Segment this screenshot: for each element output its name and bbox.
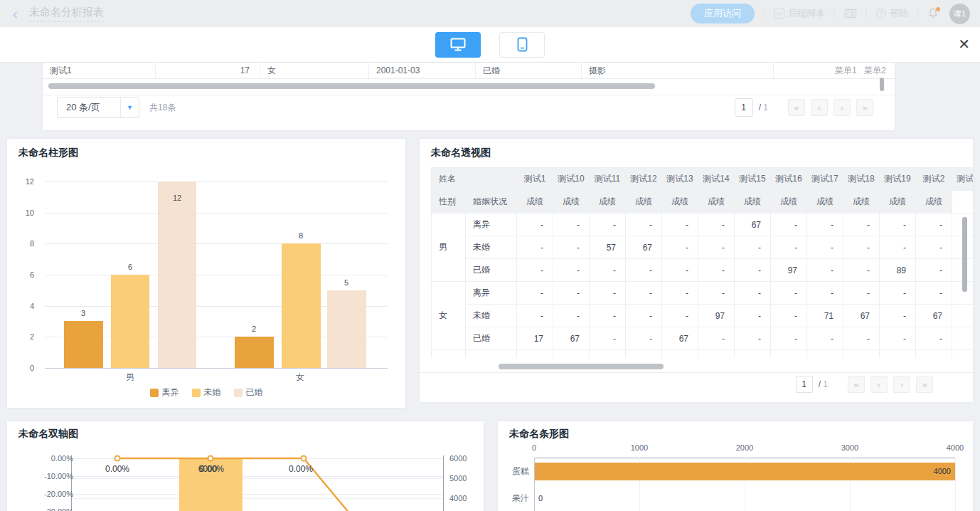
col-header[interactable]: 测试15 xyxy=(735,168,771,191)
col-header[interactable]: 测试19 xyxy=(880,168,916,191)
menu2-link[interactable]: 菜单2 xyxy=(864,65,886,75)
bar-value: 5 xyxy=(332,278,361,287)
x-tick: 1000 xyxy=(618,443,661,452)
divider xyxy=(764,9,765,19)
id-card-icon[interactable] xyxy=(844,8,857,19)
col-header[interactable]: 测试11 xyxy=(590,168,626,191)
first-page-button[interactable]: « xyxy=(788,99,805,116)
page-number-input[interactable] xyxy=(735,98,753,117)
cell-hobby: 摄影 xyxy=(582,63,774,78)
col-header[interactable]: 测试16 xyxy=(771,168,807,191)
page-count: 1 xyxy=(763,102,768,112)
legend-item[interactable]: 已婚 xyxy=(234,386,263,399)
legend-item[interactable]: 离异 xyxy=(150,386,179,399)
pivot-title: 未命名透视图 xyxy=(431,147,491,159)
y-tick: 2 xyxy=(7,332,34,341)
cell-gender: 女 xyxy=(260,63,369,78)
pivot-row-partial xyxy=(432,350,974,359)
column-chart-panel: 未命名柱形图 0 2 4 6 8 10 12 3 6 12 2 8 5 男 女 … xyxy=(7,139,405,408)
chart-legend: 离异 未婚 已婚 xyxy=(7,386,405,399)
next-page-button[interactable]: › xyxy=(833,99,851,116)
pivot-row: 女 离异 ------------ xyxy=(432,282,974,305)
bar-male-divorced xyxy=(64,321,103,368)
pivot-header-row: 姓名 测试1 测试10 测试11 测试12 测试13 测试14 测试15 测试1… xyxy=(432,168,974,191)
bar-female-married xyxy=(327,290,366,368)
desktop-preview-toggle[interactable] xyxy=(435,32,481,58)
vertical-scrollbar[interactable] xyxy=(962,217,967,292)
x-category: 女 xyxy=(279,372,321,384)
bar-male-unmarried xyxy=(111,275,149,368)
total-count-label: 共18条 xyxy=(149,97,176,118)
data-table-panel: 测试1 17 女 2001-01-03 已婚 摄影 菜单1 菜单2 20 条/页… xyxy=(43,63,895,130)
bar-value: 6 xyxy=(116,263,144,271)
bar-cake xyxy=(535,463,955,480)
app-header: ‹ 未命名分析报表 应用访问 </> 后端脚本 ? 帮助 谭1 xyxy=(0,0,980,27)
pivot-pagination: / 1 « ‹ › » xyxy=(796,376,933,393)
menu1-link[interactable]: 菜单1 xyxy=(835,65,857,75)
first-page-button[interactable]: « xyxy=(848,376,865,393)
backend-script-label: 后端脚本 xyxy=(788,7,825,20)
legend-label: 已婚 xyxy=(246,386,263,399)
last-page-button[interactable]: » xyxy=(856,99,873,116)
measure-header: 成绩 xyxy=(735,191,771,214)
divider xyxy=(917,9,918,19)
pivot-table-panel: 未命名透视图 姓名 测试1 测试10 测试11 测试12 测试13 测试14 测… xyxy=(420,139,973,402)
measure-header: 成绩 xyxy=(916,191,952,214)
cell-date: 2001-01-03 xyxy=(369,63,476,78)
cell-age: 17 xyxy=(156,63,260,78)
legend-swatch xyxy=(234,389,243,397)
code-icon: </> xyxy=(774,9,784,19)
col-header[interactable]: 测试13 xyxy=(662,168,698,191)
x-tick: 4000 xyxy=(934,443,976,452)
status-cell: 已婚 xyxy=(466,327,517,350)
col-header[interactable]: 测试1 xyxy=(517,168,553,191)
header-actions: 应用访问 </> 后端脚本 ? 帮助 谭1 xyxy=(691,4,980,24)
bar-female-unmarried xyxy=(282,243,321,368)
col-header[interactable]: 测试2 xyxy=(916,168,952,191)
row-dim-header[interactable]: 性别 xyxy=(432,191,466,214)
close-icon[interactable]: ✕ xyxy=(958,36,970,52)
prev-page-button[interactable]: ‹ xyxy=(811,99,828,116)
row-dim-header[interactable]: 婚姻状况 xyxy=(466,191,517,214)
col-header[interactable]: 测试14 xyxy=(698,168,735,191)
back-icon[interactable]: ‹ xyxy=(13,6,18,21)
legend-item[interactable]: 未婚 xyxy=(192,386,221,399)
cell-name: 测试1 xyxy=(43,63,156,78)
page-count: 1 xyxy=(823,379,828,389)
measure-header: 成绩 xyxy=(880,191,916,214)
vertical-scrollbar[interactable] xyxy=(880,78,884,91)
col-header[interactable]: 测试20 xyxy=(952,168,974,191)
measure-header: 成绩 xyxy=(698,191,735,214)
page-number-input[interactable] xyxy=(796,376,813,393)
col-header[interactable]: 测试17 xyxy=(807,168,843,191)
help-button[interactable]: ? 帮助 xyxy=(876,7,908,20)
horizontal-scrollbar[interactable] xyxy=(48,83,655,89)
notification-bell-icon[interactable] xyxy=(927,7,940,20)
line-series xyxy=(7,421,484,511)
avatar[interactable]: 谭1 xyxy=(949,4,970,24)
status-cell: 未婚 xyxy=(466,305,517,327)
gender-cell: 男 xyxy=(432,214,466,282)
monitor-icon xyxy=(450,38,466,51)
backend-script-button[interactable]: </> 后端脚本 xyxy=(774,7,825,20)
y-tick: 10 xyxy=(7,209,34,217)
page-size-select[interactable]: 20 条/页 ▼ xyxy=(57,97,139,118)
measure-header: 成绩 xyxy=(843,191,880,214)
preview-toolbar: ✕ xyxy=(0,27,980,63)
measure-header: 成绩 xyxy=(662,191,698,214)
prev-page-button[interactable]: ‹ xyxy=(870,376,888,393)
measure-header: 成绩 xyxy=(771,191,807,214)
horizontal-scrollbar[interactable] xyxy=(499,364,664,369)
col-header[interactable]: 测试10 xyxy=(553,168,590,191)
next-page-button[interactable]: › xyxy=(893,376,910,393)
table-row: 测试1 17 女 2001-01-03 已婚 摄影 菜单1 菜单2 xyxy=(43,63,895,79)
last-page-button[interactable]: » xyxy=(916,376,933,393)
y-category: 蛋糕 xyxy=(501,465,529,478)
col-header[interactable]: 测试18 xyxy=(843,168,880,191)
mobile-preview-toggle[interactable] xyxy=(499,32,545,58)
col-header[interactable]: 测试12 xyxy=(626,168,662,191)
pivot-table: 姓名 测试1 测试10 测试11 测试12 测试13 测试14 测试15 测试1… xyxy=(431,167,973,358)
divider xyxy=(43,95,895,95)
legend-label: 未婚 xyxy=(204,386,221,399)
app-access-button[interactable]: 应用访问 xyxy=(691,4,755,23)
